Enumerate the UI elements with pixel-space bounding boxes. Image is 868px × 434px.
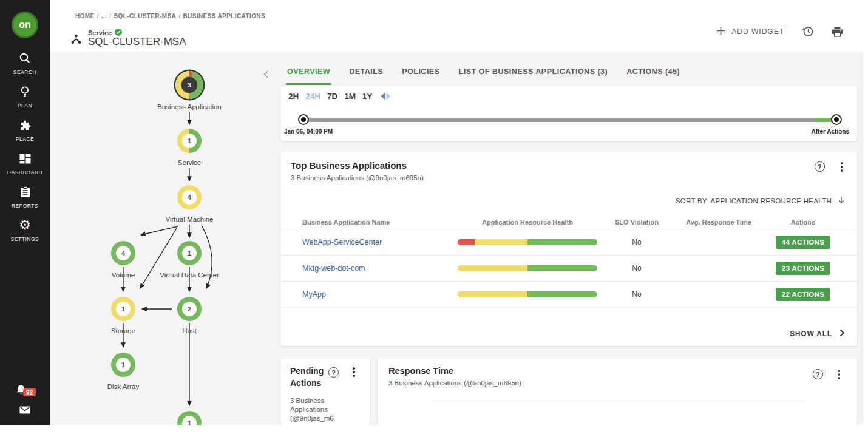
plus-icon <box>716 26 725 38</box>
sidebar-bottom: 92 <box>0 384 50 416</box>
widget-subtitle: 3 Business Applications (@9n0jas_m695n) <box>388 379 521 387</box>
notifications-button[interactable]: 92 <box>16 384 34 398</box>
health-bar <box>458 265 597 271</box>
supply-chain-label: Business Application <box>157 103 221 110</box>
breadcrumb-home[interactable]: HOME <box>75 13 95 19</box>
puzzle-icon <box>19 118 31 132</box>
tab-list-of-business-applications[interactable]: LIST OF BUSINESS APPLICATIONS (3) <box>458 65 609 85</box>
slo-violation: No <box>632 264 641 273</box>
time-range-2h[interactable]: 2H <box>288 92 299 101</box>
collapse-panel-icon[interactable] <box>263 70 269 81</box>
time-range-24h[interactable]: 24H <box>305 92 320 101</box>
supply-chain-node-host[interactable]: 2 <box>177 297 202 321</box>
slo-violation: No <box>632 290 641 299</box>
sidebar: on SEARCH PLAN PLACE DASHBOARD <box>0 0 50 425</box>
sidebar-item-search[interactable]: SEARCH <box>0 51 50 75</box>
sidebar-item-plan[interactable]: PLAN <box>0 84 50 109</box>
health-bar <box>458 291 597 297</box>
widget-subtitle: 3 Business Applications (@9n0jas_m6 <box>290 396 348 424</box>
print-icon[interactable] <box>832 27 843 37</box>
help-icon[interactable]: ? <box>328 367 339 378</box>
messages-button[interactable] <box>19 405 30 416</box>
sort-direction-icon <box>838 195 845 206</box>
widget-menu-icon[interactable] <box>837 161 847 173</box>
time-range-selector: 2H 24H 7D 1M 1Y <box>288 92 391 101</box>
sidebar-nav: SEARCH PLAN PLACE DASHBOARD REPORTS <box>0 51 50 251</box>
supply-chain-label: Disk Array <box>107 383 139 390</box>
help-icon[interactable]: ? <box>815 161 825 172</box>
timeline-widget: 2H 24H 7D 1M 1Y Jan 06, 04:00 PM After A… <box>280 86 857 141</box>
slider-start-label: Jan 06, 04:00 PM <box>284 128 333 135</box>
slo-violation: No <box>632 238 641 246</box>
app-link[interactable]: WebApp-ServiceCenter <box>302 238 458 246</box>
widget-menu-icon[interactable] <box>349 366 359 378</box>
app-logo[interactable]: on <box>12 12 38 38</box>
slider-track[interactable] <box>303 118 836 122</box>
supply-chain-label: Service <box>178 159 201 166</box>
supply-chain-label: Virtual Machine <box>165 215 213 223</box>
health-bar <box>458 239 597 245</box>
app-link[interactable]: MyApp <box>302 290 458 299</box>
table-row: WebApp-ServiceCenter No 44 ACTIONS <box>280 229 857 256</box>
show-all-button[interactable]: SHOW ALL <box>790 328 845 339</box>
table-header-row: Business Application Name Application Re… <box>280 215 857 229</box>
lightbulb-icon <box>19 84 30 99</box>
top-business-applications-widget: Top Business Applications 3 Business App… <box>280 152 857 346</box>
tab-bar: OVERVIEW DETAILS POLICIES LIST OF BUSINE… <box>286 65 681 85</box>
supply-chain-icon <box>71 34 81 47</box>
tab-actions[interactable]: ACTIONS (45) <box>625 65 681 85</box>
supply-chain-node-virtual-machine[interactable]: 4 <box>177 185 202 209</box>
table-row: Mktg-web-dot-com No 23 ACTIONS <box>280 256 857 282</box>
sidebar-item-settings[interactable]: ⚙ SETTINGS <box>0 218 50 242</box>
actions-button[interactable]: 23 ACTIONS <box>776 262 830 275</box>
supply-chain-node-service[interactable]: 1 <box>177 129 202 153</box>
add-widget-button[interactable]: ADD WIDGET <box>716 26 784 38</box>
widget-menu-icon[interactable] <box>835 368 844 381</box>
breadcrumb-entity[interactable]: SQL-CLUSTER-MSA <box>114 13 177 19</box>
tab-details[interactable]: DETAILS <box>348 65 384 85</box>
header-actions: ADD WIDGET <box>716 25 843 38</box>
timeline-play-icon[interactable] <box>381 92 391 100</box>
supply-chain-node-disk-array[interactable]: 1 <box>111 353 135 377</box>
sidebar-item-dashboard[interactable]: DASHBOARD <box>0 151 50 175</box>
time-range-7d[interactable]: 7D <box>327 92 337 101</box>
supply-chain-label: Virtual Data Center <box>160 271 219 279</box>
supply-chain-node-business-application[interactable]: 3 <box>175 71 203 99</box>
tab-policies[interactable]: POLICIES <box>401 65 441 85</box>
sidebar-item-place[interactable]: PLACE <box>0 118 50 142</box>
breadcrumb-current: BUSINESS APPLICATIONS <box>183 13 265 19</box>
main-content: 3 Business Application 1 Service 4 Virtu… <box>50 52 863 425</box>
breadcrumb: HOME/.../SQL-CLUSTER-MSA/BUSINESS APPLIC… <box>75 13 265 19</box>
supply-chain-label: Volume <box>112 271 135 279</box>
app-link[interactable]: Mktg-web-dot-com <box>302 264 458 273</box>
supply-chain-label: Storage <box>111 327 135 334</box>
gear-icon: ⚙ <box>19 218 31 232</box>
slider-handle-start[interactable] <box>298 114 309 125</box>
widget-title: Response Time <box>388 366 521 376</box>
actions-button[interactable]: 22 ACTIONS <box>776 288 830 301</box>
timeline-slider[interactable] <box>303 114 836 125</box>
help-icon[interactable]: ? <box>813 369 823 379</box>
page-title: SQL-CLUSTER-MSA <box>88 36 186 48</box>
history-icon[interactable] <box>802 25 814 38</box>
chart-gridline <box>432 402 805 402</box>
response-time-widget: Response Time 3 Business Applications (@… <box>378 358 857 425</box>
notification-badge: 92 <box>23 388 36 396</box>
slider-handle-end[interactable] <box>831 114 842 125</box>
clipboard-icon <box>20 185 30 199</box>
breadcrumb-ellipsis[interactable]: ... <box>101 13 107 19</box>
sidebar-item-reports[interactable]: REPORTS <box>0 185 50 209</box>
page-header: HOME/.../SQL-CLUSTER-MSA/BUSINESS APPLIC… <box>50 0 868 52</box>
widget-subtitle: 3 Business Applications (@9n0jas_m695n) <box>291 174 424 181</box>
slider-end-label: After Actions <box>812 128 849 135</box>
supply-chain-node-volume[interactable]: 4 <box>111 241 135 265</box>
supply-chain-label: Host <box>182 327 197 334</box>
time-range-1y[interactable]: 1Y <box>362 92 373 101</box>
supply-chain-node-storage[interactable]: 1 <box>111 297 135 321</box>
supply-chain-node-virtual-data-center[interactable]: 1 <box>177 241 202 265</box>
dashboard-grid-icon <box>19 151 31 166</box>
actions-button[interactable]: 44 ACTIONS <box>776 236 830 249</box>
sort-control[interactable]: SORT BY: APPLICATION RESOURCE HEALTH <box>676 195 845 206</box>
time-range-1m[interactable]: 1M <box>344 92 356 101</box>
tab-overview[interactable]: OVERVIEW <box>286 65 331 85</box>
